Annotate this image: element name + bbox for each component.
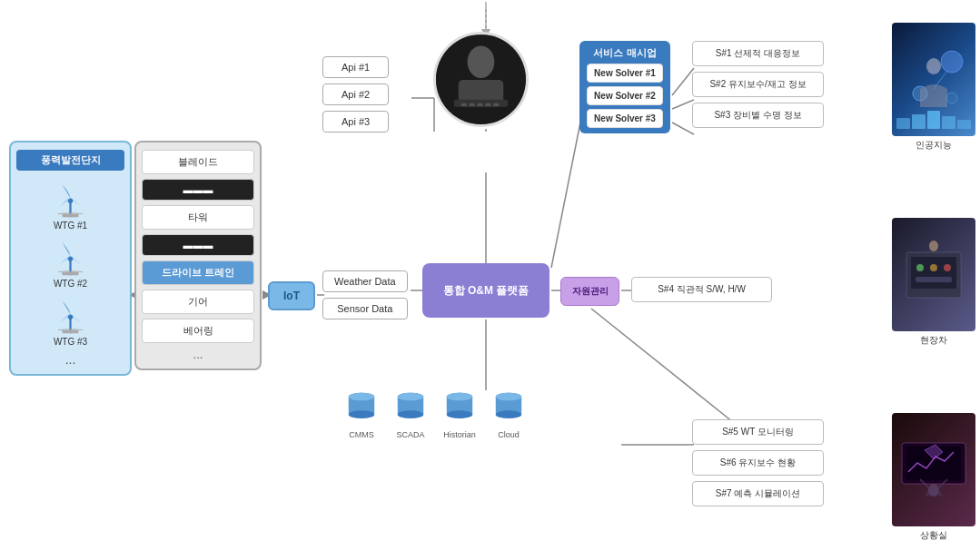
central-platform: 통합 O&M 플랫폼	[422, 263, 549, 318]
db-icon-historian	[443, 390, 476, 427]
photo3-caption: 상황실	[892, 529, 975, 542]
photo1-caption: 인공지능	[892, 139, 975, 152]
photo2-icon	[897, 239, 970, 311]
component-dots: ...	[142, 348, 254, 361]
svg-rect-29	[63, 330, 79, 334]
svg-line-11	[672, 68, 694, 95]
svg-point-64	[926, 58, 941, 74]
s1-box: S#1 선제적 대응정보	[692, 41, 824, 66]
tower-box: 타워	[142, 205, 254, 230]
svg-point-69	[944, 264, 951, 271]
db-cmms-label: CMMS	[349, 430, 374, 439]
wtg-dots: ...	[16, 352, 124, 367]
wtg-item-1: WTG #1	[16, 178, 124, 231]
db-icon-scada	[394, 390, 427, 427]
svg-point-31	[468, 45, 495, 78]
wind-farm-section: 풍력발전단지 WTG #1	[9, 141, 132, 376]
db-historian-label: Historian	[443, 430, 476, 439]
svg-point-51	[447, 410, 472, 418]
db-cmms: CMMS	[345, 390, 378, 439]
s2-box: S#2 유지보수/재고 정보	[692, 72, 824, 97]
svg-rect-26	[63, 272, 79, 276]
main-diagram: 풍력발전단지 WTG #1	[0, 0, 980, 560]
photo-section-1: 인공지능	[892, 23, 975, 152]
svg-point-60	[941, 51, 963, 73]
s7-box: S#7 예측 시뮬레이션	[692, 481, 824, 506]
photo3-icon	[897, 434, 970, 506]
wtg-1-label: WTG #1	[54, 221, 87, 231]
db-cloud: Cloud	[492, 390, 525, 439]
s6-box: S#6 유지보수 현황	[692, 450, 824, 476]
svg-point-63	[946, 93, 957, 103]
databases-section: CMMS SCADA Historian	[345, 390, 525, 439]
svg-point-48	[398, 401, 423, 409]
s4-box: S#4 직관적 S/W, H/W	[631, 277, 772, 302]
resource-mgmt-box: 자원관리	[560, 277, 619, 306]
person-avatar	[433, 32, 529, 127]
svg-line-10	[551, 118, 581, 268]
api-box-1: Api #1	[322, 56, 389, 78]
wtg-item-2: WTG #2	[16, 236, 124, 289]
svg-point-67	[916, 264, 924, 271]
status-boxes-bottom: S#5 WT 모니터링 S#6 유지보수 현황 S#7 예측 시뮬레이션	[692, 419, 824, 506]
svg-rect-34	[461, 103, 467, 105]
avatar-placeholder	[436, 34, 526, 124]
api-box-3: Api #3	[322, 111, 389, 133]
svg-rect-36	[478, 103, 483, 105]
s5-box: S#5 WT 모니터링	[692, 419, 824, 445]
turbine-icon-3	[50, 294, 91, 335]
svg-line-13	[672, 123, 694, 134]
s3-box: S#3 장비별 수명 정보	[692, 103, 824, 128]
svg-point-71	[929, 241, 938, 251]
photo2-caption: 현장차	[892, 334, 975, 347]
blade-image-box: ▬▬▬	[142, 179, 254, 201]
wtg-2-label: WTG #2	[54, 279, 87, 289]
svg-point-57	[496, 393, 521, 401]
svg-line-16	[591, 309, 733, 422]
tower-image-box: ▬▬▬	[142, 234, 254, 256]
svg-point-52	[447, 393, 472, 401]
svg-line-12	[672, 100, 694, 109]
svg-point-53	[447, 401, 472, 409]
wtg-3-label: WTG #3	[54, 337, 87, 347]
db-scada-label: SCADA	[396, 430, 424, 439]
sensor-data-box: Sensor Data	[322, 298, 408, 319]
components-section: 블레이드 ▬▬▬ 타워 ▬▬▬ 드라이브 트레인 기어 베어링 ...	[134, 141, 262, 370]
solver-3: New Solver #3	[587, 109, 663, 128]
weather-data-box: Weather Data	[322, 270, 408, 292]
wind-farm-title: 풍력발전단지	[16, 150, 124, 171]
blade-box: 블레이드	[142, 150, 254, 174]
api-boxes: Api #1 Api #2 Api #3	[322, 56, 389, 133]
iot-box: IoT	[268, 281, 315, 310]
data-input-boxes: Weather Data Sensor Data	[322, 270, 408, 319]
turbine-icon-2	[50, 236, 91, 277]
svg-rect-35	[470, 103, 475, 105]
svg-rect-66	[911, 257, 956, 289]
photo-section-2: 현장차	[892, 218, 975, 347]
turbine-icon-1	[50, 178, 91, 219]
drive-train-box: 드라이브 트레인	[142, 260, 254, 285]
gear-box: 기어	[142, 290, 254, 314]
service-msg-title: 서비스 매시업	[587, 46, 663, 60]
svg-rect-38	[493, 103, 499, 105]
solver-2: New Solver #2	[587, 86, 663, 105]
svg-point-68	[930, 264, 937, 271]
status-boxes-top: S#1 선제적 대응정보 S#2 유지보수/재고 정보 S#3 장비별 수명 정…	[692, 41, 824, 128]
db-icon-cmms	[345, 390, 378, 427]
db-icon-cloud	[492, 390, 525, 427]
svg-point-47	[398, 393, 423, 401]
photo-section-3: 상황실	[892, 413, 975, 542]
svg-point-46	[398, 410, 423, 418]
svg-point-42	[349, 393, 374, 401]
svg-rect-70	[916, 277, 952, 282]
platform-label: 통합 O&M 플랫폼	[443, 283, 530, 299]
svg-point-58	[496, 401, 521, 409]
db-scada: SCADA	[394, 390, 427, 439]
svg-rect-37	[485, 103, 490, 105]
svg-rect-23	[63, 214, 79, 218]
photo1-icon	[897, 44, 970, 116]
db-historian: Historian	[443, 390, 476, 439]
svg-point-41	[349, 410, 374, 418]
service-messaging-box: 서비스 매시업 New Solver #1 New Solver #2 New …	[579, 41, 670, 133]
bearing-box: 베어링	[142, 319, 254, 343]
